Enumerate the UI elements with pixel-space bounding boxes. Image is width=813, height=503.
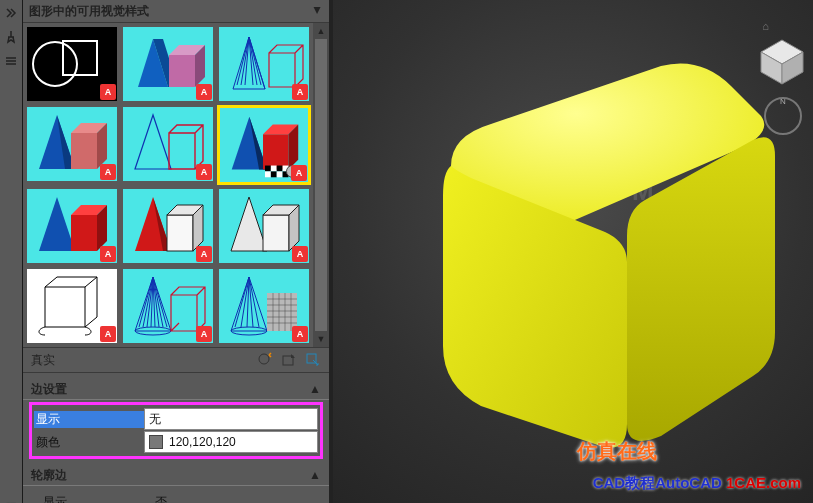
autocad-badge-icon: A bbox=[196, 84, 212, 100]
selected-style-row: 真实 bbox=[23, 348, 329, 373]
silhouette-section-title: 轮廓边 bbox=[31, 467, 67, 484]
style-thumb-xray[interactable]: A bbox=[25, 187, 119, 265]
edge-display-label[interactable]: 显示 bbox=[34, 411, 144, 428]
visual-styles-panel: 图形中的可用视觉样式 ▲ A bbox=[23, 0, 333, 503]
autocad-badge-icon: A bbox=[291, 165, 307, 181]
style-grid: A A bbox=[23, 23, 313, 347]
autocad-badge-icon: A bbox=[100, 84, 116, 100]
apply-style-icon[interactable] bbox=[281, 352, 297, 368]
style-thumb-realistic[interactable]: A bbox=[217, 105, 311, 185]
panel-title: 图形中的可用视觉样式 bbox=[29, 3, 149, 20]
style-thumb-shaded[interactable]: A bbox=[25, 105, 119, 183]
highlight-box: 显示 无 颜色 120,120,120 bbox=[29, 402, 323, 459]
svg-point-42 bbox=[259, 354, 269, 364]
viewport-3d[interactable]: 1CAE.COM bbox=[333, 0, 813, 503]
svg-rect-27 bbox=[71, 215, 97, 251]
scroll-up-icon[interactable]: ▲ bbox=[313, 23, 329, 39]
overlay-brand-tag: 仿真在线 bbox=[577, 438, 657, 465]
edge-display-row: 显示 无 bbox=[34, 408, 318, 430]
style-thumb-sketch[interactable]: A bbox=[25, 267, 119, 345]
panel-header[interactable]: 图形中的可用视觉样式 ▲ bbox=[23, 0, 329, 23]
autocad-badge-icon: A bbox=[196, 246, 212, 262]
style-thumb-wire2[interactable]: A bbox=[121, 267, 215, 345]
svg-rect-21 bbox=[265, 171, 271, 177]
svg-marker-35 bbox=[231, 197, 267, 251]
autocad-badge-icon: A bbox=[292, 326, 308, 342]
edge-section-title: 边设置 bbox=[31, 381, 67, 398]
edge-section-header[interactable]: 边设置 ▲ bbox=[23, 379, 329, 400]
overlay-link-2: AutoCAD bbox=[655, 474, 722, 491]
edge-section: 边设置 ▲ 显示 无 颜色 120,120,120 bbox=[23, 379, 329, 459]
svg-rect-32 bbox=[167, 215, 193, 251]
silhouette-section: 轮廓边 ▲ 显示 否 bbox=[23, 465, 329, 503]
autocad-badge-icon: A bbox=[292, 246, 308, 262]
color-swatch-icon bbox=[149, 435, 163, 449]
autocad-badge-icon: A bbox=[196, 164, 212, 180]
svg-rect-14 bbox=[263, 134, 288, 169]
silhouette-display-value: 否 bbox=[155, 494, 167, 504]
style-thumb-gray[interactable]: A bbox=[217, 187, 311, 265]
svg-rect-10 bbox=[71, 133, 97, 169]
scroll-down-icon[interactable]: ▼ bbox=[313, 331, 329, 347]
export-style-icon[interactable] bbox=[305, 352, 321, 368]
svg-rect-19 bbox=[277, 166, 283, 172]
silhouette-display-label: 显示 bbox=[41, 494, 151, 504]
edge-color-field[interactable]: 120,120,120 bbox=[144, 431, 318, 453]
compass-ring[interactable]: N bbox=[761, 94, 805, 138]
style-thumb-2dwire[interactable]: A bbox=[25, 25, 119, 103]
expand-icon[interactable] bbox=[2, 4, 20, 22]
autocad-badge-icon: A bbox=[196, 326, 212, 342]
svg-rect-23 bbox=[277, 171, 283, 177]
pin-icon[interactable] bbox=[2, 28, 20, 46]
autocad-badge-icon: A bbox=[292, 84, 308, 100]
silhouette-section-header[interactable]: 轮廓边 ▲ bbox=[23, 465, 329, 486]
scroll-thumb[interactable] bbox=[315, 39, 327, 331]
model-box bbox=[361, 36, 781, 456]
svg-rect-36 bbox=[263, 215, 289, 251]
grid-scrollbar[interactable]: ▲ ▼ bbox=[313, 23, 329, 347]
viewcube[interactable] bbox=[755, 34, 809, 88]
style-thumb-shaded-edges[interactable]: A bbox=[121, 105, 215, 183]
compass-n-label: N bbox=[780, 97, 786, 106]
new-style-icon[interactable] bbox=[257, 352, 273, 368]
silhouette-display-row: 显示 否 bbox=[41, 491, 319, 503]
edge-color-value: 120,120,120 bbox=[169, 435, 236, 449]
edge-display-value: 无 bbox=[149, 411, 161, 428]
overlay-link-text: CAD教程AutoCAD 1CAE.com bbox=[593, 474, 801, 493]
chevron-up-icon[interactable]: ▲ bbox=[309, 468, 321, 482]
style-thumb-wire3[interactable]: A bbox=[217, 267, 311, 345]
svg-point-0 bbox=[33, 42, 77, 86]
viewcube-home-icon[interactable]: ⌂ bbox=[762, 20, 769, 32]
palette-toolstrip: 视觉样式管理器 bbox=[0, 0, 23, 503]
silhouette-display-dropdown[interactable]: 否 bbox=[151, 492, 319, 503]
svg-marker-26 bbox=[39, 197, 75, 251]
edge-color-row: 颜色 120,120,120 bbox=[34, 431, 318, 453]
overlay-link-3: 1CAE.com bbox=[726, 474, 801, 491]
thumbnails-area: A A bbox=[23, 23, 329, 348]
autocad-badge-icon: A bbox=[100, 164, 116, 180]
style-thumb-conceptual[interactable]: A bbox=[121, 25, 215, 103]
properties-area: 边设置 ▲ 显示 无 颜色 120,120,120 bbox=[23, 373, 329, 503]
svg-rect-22 bbox=[271, 171, 277, 177]
edge-display-dropdown[interactable]: 无 bbox=[144, 408, 318, 430]
svg-rect-18 bbox=[271, 166, 277, 172]
app-root: 视觉样式管理器 图形中的可用视觉样式 ▲ A bbox=[0, 0, 813, 503]
chevron-up-icon[interactable]: ▲ bbox=[309, 382, 321, 396]
autocad-badge-icon: A bbox=[100, 246, 116, 262]
style-thumb-hidden[interactable]: A bbox=[217, 25, 311, 103]
edge-color-label: 颜色 bbox=[34, 434, 144, 451]
autocad-badge-icon: A bbox=[100, 326, 116, 342]
svg-rect-17 bbox=[265, 166, 271, 172]
svg-rect-4 bbox=[169, 55, 195, 87]
selected-style-name: 真实 bbox=[31, 352, 55, 369]
style-thumb-sketchy[interactable]: A bbox=[121, 187, 215, 265]
overlay-link-1: CAD教程 bbox=[593, 474, 656, 491]
menu-icon[interactable] bbox=[2, 52, 20, 70]
collapse-icon[interactable]: ▲ bbox=[311, 4, 323, 18]
